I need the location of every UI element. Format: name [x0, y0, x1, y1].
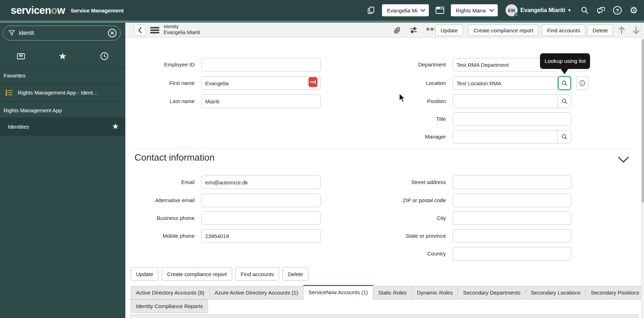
user-menu[interactable]: Evangelia Miariti	[520, 7, 565, 14]
settings-gear-icon[interactable]: ⚙	[628, 4, 640, 16]
scrollbar-thumb[interactable]	[642, 39, 644, 203]
mobile-phone-field[interactable]	[201, 229, 321, 243]
application-navigator: ★ Favorites Rights Management App - Iden…	[0, 23, 125, 318]
lookup-tooltip: Lookup using list	[540, 53, 590, 69]
location-lookup-icon[interactable]	[558, 76, 571, 90]
section-collapse-chevron-icon[interactable]	[617, 156, 630, 163]
employee-id-field[interactable]	[201, 58, 321, 71]
favorite-star-icon[interactable]: ★	[112, 122, 119, 131]
application-window-icon[interactable]	[434, 4, 446, 16]
filter-funnel-icon	[8, 29, 15, 37]
position-lookup-icon[interactable]	[557, 95, 571, 108]
favorites-tab-icon[interactable]: ★	[52, 52, 73, 61]
application-scope-dropdown[interactable]: Rights Mana	[451, 4, 498, 16]
split-screen-icon[interactable]	[365, 4, 377, 16]
profile-record-dropdown[interactable]: Evangelia Mi	[382, 4, 429, 16]
tab-azure-active-directory-accounts[interactable]: Azure Active Directory Accounts (1)	[209, 286, 304, 300]
field-label: Manager	[382, 130, 446, 144]
find-accounts-button[interactable]: Find accounts	[542, 25, 585, 36]
lookup-tooltip-arrow	[561, 69, 568, 74]
country-field[interactable]	[453, 247, 571, 260]
all-applications-icon[interactable]	[10, 52, 32, 61]
connect-chat-icon[interactable]	[595, 4, 607, 16]
create-compliance-report-button[interactable]: Create compliance report	[468, 25, 539, 36]
form-header: Identity Evangelia Miariti Update Create…	[125, 23, 641, 38]
find-accounts-button[interactable]: Find accounts	[235, 267, 279, 281]
attachment-paperclip-icon[interactable]	[393, 26, 401, 34]
field-label: Last name	[131, 95, 195, 108]
global-search-icon[interactable]	[579, 4, 591, 16]
position-field-group	[453, 95, 571, 108]
user-menu-caret-icon[interactable]: ▼	[567, 8, 572, 13]
tab-identity-compliance-reports[interactable]: Identity Compliance Reports	[131, 300, 208, 313]
field-label: Position	[382, 95, 446, 108]
update-button[interactable]: Update	[131, 267, 158, 281]
street-address-field[interactable]	[453, 176, 571, 189]
business-phone-field[interactable]	[201, 211, 321, 225]
servicenow-logo[interactable]: servicenow	[11, 5, 65, 16]
field-label: Location	[382, 76, 446, 90]
back-button[interactable]	[134, 25, 146, 36]
tab-static-roles[interactable]: Static Roles	[373, 286, 412, 300]
delete-button[interactable]: Delete	[282, 267, 308, 281]
field-label: ZIP or postal code	[382, 194, 446, 207]
field-label: Title	[382, 112, 446, 126]
field-label: Employee ID	[131, 58, 195, 71]
email-field[interactable]	[201, 176, 321, 189]
location-preview-icon[interactable]	[576, 76, 588, 90]
update-button[interactable]: Update	[435, 25, 463, 36]
field-label: Street address	[382, 176, 446, 189]
tab-secondary-departments[interactable]: Secondary Departments	[458, 286, 526, 300]
tab-servicenow-accounts[interactable]: ServiceNow Accounts (1)	[303, 285, 373, 300]
app-subtitle: Service Management	[71, 7, 124, 14]
field-label: State or province	[382, 229, 446, 243]
field-label: Department	[382, 58, 446, 71]
manager-field[interactable]	[453, 130, 557, 143]
presence-indicator	[514, 13, 518, 17]
alternative-email-field[interactable]	[201, 194, 321, 207]
navigator-filter[interactable]	[3, 26, 121, 41]
delete-button[interactable]: Delete	[587, 25, 613, 36]
top-bar: servicenow Service Management Evangelia …	[0, 0, 644, 21]
location-field[interactable]	[453, 76, 557, 90]
form-context-menu-icon[interactable]	[150, 26, 159, 34]
module-list-icon	[5, 88, 13, 97]
tab-secondary-positions[interactable]: Secondary Positions	[585, 286, 644, 300]
first-name-field[interactable]	[201, 76, 321, 90]
field-label: Alternative email	[131, 194, 195, 207]
create-compliance-report-button[interactable]: Create compliance report	[162, 267, 232, 281]
filter-clear-icon[interactable]	[108, 28, 117, 38]
tab-dynamic-roles[interactable]: Dynamic Roles	[411, 286, 458, 300]
title-field[interactable]	[453, 112, 571, 126]
field-label: Country	[382, 247, 446, 260]
history-clock-icon[interactable]	[94, 52, 115, 61]
related-list-tabs: Active Directory Accounts (8) Azure Acti…	[131, 286, 644, 300]
zip-postal-code-field[interactable]	[453, 194, 571, 207]
help-icon[interactable]: ?	[611, 4, 623, 16]
record-name: Evangelia Miariti	[164, 29, 200, 36]
navigator-filter-input[interactable]	[19, 30, 108, 36]
field-label: Email	[131, 176, 195, 189]
contact-information-title: Contact information	[135, 152, 214, 163]
tab-secondary-locations[interactable]: Secondary Locations	[525, 286, 586, 300]
personalize-form-icon[interactable]	[410, 26, 417, 34]
favorites-header: Favorites	[4, 72, 26, 79]
form-footer-actions: Update Create compliance report Find acc…	[131, 267, 309, 281]
field-label: Business phone	[131, 211, 195, 225]
next-record-arrow-icon[interactable]	[632, 26, 641, 35]
field-label: First name	[131, 76, 195, 90]
tab-active-directory-accounts[interactable]: Active Directory Accounts (8)	[131, 286, 210, 300]
manager-lookup-icon[interactable]	[557, 130, 571, 143]
state-province-field[interactable]	[453, 229, 571, 243]
related-list-header-sliver	[130, 314, 639, 318]
record-type: Identity	[164, 24, 200, 29]
field-label: City	[382, 211, 446, 225]
sidebar-item-rights-management-identities[interactable]: Rights Management App - Ident…	[0, 84, 125, 101]
previous-record-arrow-icon[interactable]	[617, 26, 626, 35]
vertical-scrollbar[interactable]	[641, 23, 644, 318]
sidebar-item-identities[interactable]: Identities ★	[0, 117, 125, 136]
city-field[interactable]	[453, 211, 571, 225]
position-field[interactable]	[453, 95, 557, 108]
user-avatar[interactable]: EM	[506, 4, 518, 16]
last-name-field[interactable]	[201, 95, 321, 108]
